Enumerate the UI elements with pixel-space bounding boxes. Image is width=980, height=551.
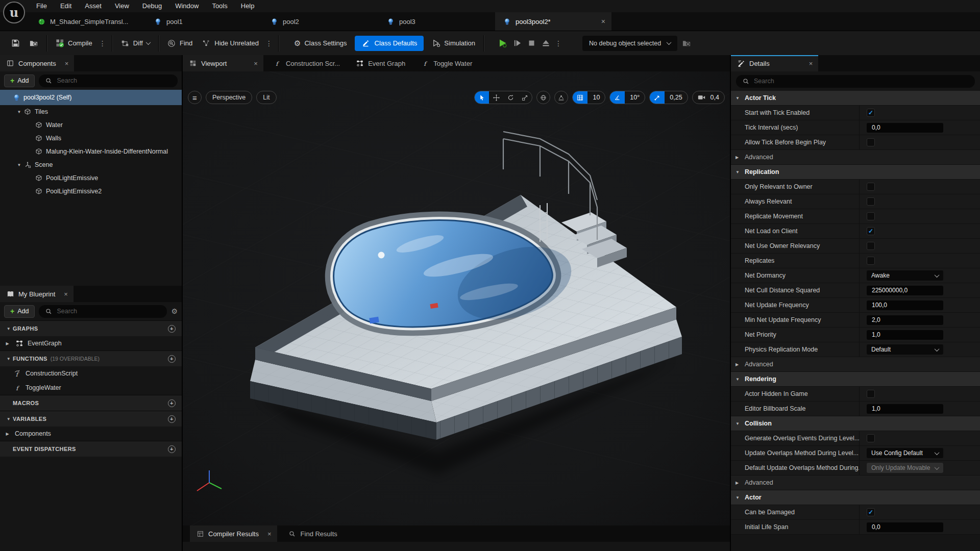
- menu-item-debug[interactable]: Debug: [136, 0, 168, 12]
- checkbox-start-with-tick-enabled[interactable]: ✓: [867, 109, 875, 117]
- save-button[interactable]: [6, 35, 24, 52]
- menu-item-asset[interactable]: Asset: [78, 0, 108, 12]
- section-header-macros[interactable]: MACROS+: [0, 395, 182, 411]
- move-tool-button[interactable]: [489, 91, 503, 104]
- details-search-input[interactable]: [754, 78, 970, 85]
- checkbox-allow-tick-before-begin-play[interactable]: [867, 138, 875, 146]
- hide-unrelated-button[interactable]: Hide Unrelated: [197, 35, 263, 52]
- input-editor-billboard-scale[interactable]: 1,0: [867, 404, 943, 414]
- components-search[interactable]: [39, 74, 178, 87]
- input-net-update-frequency[interactable]: 100,0: [867, 300, 943, 310]
- my-blueprint-search[interactable]: [39, 305, 167, 318]
- simulation-button[interactable]: Simulation: [427, 35, 480, 52]
- tree-item-walls[interactable]: Walls: [0, 132, 182, 145]
- camera-speed-control[interactable]: 0,4: [692, 91, 725, 104]
- checkbox-replicates[interactable]: [867, 257, 875, 265]
- tree-item-tiles[interactable]: ▼Tiles: [0, 105, 182, 118]
- tree-item-pool3pool2-self[interactable]: pool3pool2 (Self): [0, 90, 182, 105]
- rotation-snap-control[interactable]: 10°: [609, 91, 645, 104]
- components-search-input[interactable]: [57, 77, 173, 84]
- tree-item-malung-klein-water-inside-differentnormal[interactable]: Malung-Klein-Water-Inside-DifferentNorma…: [0, 145, 182, 158]
- checkbox-net-load-on-client[interactable]: ✓: [867, 227, 875, 235]
- menu-item-tools[interactable]: Tools: [205, 0, 234, 12]
- add-circle-icon[interactable]: +: [168, 355, 176, 363]
- section-header-event-dispatchers[interactable]: EVENT DISPATCHERS+: [0, 441, 182, 457]
- close-icon[interactable]: ×: [267, 530, 272, 538]
- checkbox-always-relevant[interactable]: [867, 197, 875, 206]
- tree-item-poollightemissive2[interactable]: PoolLightEmissive2: [0, 185, 182, 198]
- add-component-button[interactable]: + Add: [4, 74, 35, 87]
- category-header-replication[interactable]: ▼Replication: [731, 165, 980, 180]
- close-icon[interactable]: ×: [64, 290, 68, 298]
- close-icon[interactable]: ×: [65, 60, 69, 67]
- my-blueprint-search-input[interactable]: [57, 308, 162, 315]
- add-circle-icon[interactable]: +: [168, 399, 176, 407]
- close-tab-icon[interactable]: ×: [254, 60, 258, 67]
- input-net-priority[interactable]: 1,0: [867, 330, 943, 340]
- close-tab-icon[interactable]: ×: [601, 17, 605, 26]
- viewport-canvas[interactable]: ≡ Perspective Lit 10 10°: [183, 71, 730, 525]
- menu-item-file[interactable]: File: [30, 0, 54, 12]
- blueprint-item-togglewater[interactable]: fToggleWater: [0, 381, 182, 395]
- play-button[interactable]: [496, 35, 510, 52]
- input-initial-life-span[interactable]: 0,0: [867, 522, 943, 532]
- expander-expanded-icon[interactable]: ▼: [5, 417, 13, 421]
- tree-item-water[interactable]: Water: [0, 118, 182, 132]
- dropdown-update-overlaps-method-during-level[interactable]: Use Config Default: [867, 448, 943, 458]
- viewport-tab-viewport[interactable]: Viewport×: [183, 55, 263, 71]
- expander-collapsed-icon[interactable]: ▶: [4, 341, 11, 346]
- advanced-expander-row[interactable]: ▶Advanced: [731, 357, 980, 372]
- viewport-tab-event-graph[interactable]: Event Graph: [350, 55, 411, 71]
- category-header-actor-tick[interactable]: ▼Actor Tick: [731, 91, 980, 106]
- dropdown-physics-replication-mode[interactable]: Default: [867, 344, 943, 355]
- blueprint-item-components[interactable]: ▶Components: [0, 427, 182, 441]
- section-header-variables[interactable]: ▼VARIABLES+: [0, 411, 182, 427]
- viewport-tab-toggle-water[interactable]: fToggle Water: [415, 55, 478, 71]
- asset-tab-pool3pool2[interactable]: pool3pool2*×: [495, 12, 611, 31]
- find-results-tab[interactable]: Find Results: [282, 525, 343, 542]
- expander-expanded-icon[interactable]: ▼: [15, 110, 23, 114]
- compiler-results-tab[interactable]: Compiler Results ×: [190, 525, 277, 542]
- advanced-expander-row[interactable]: ▶Advanced: [731, 475, 980, 490]
- expander-collapsed-icon[interactable]: ▶: [4, 432, 11, 436]
- grid-snap-control[interactable]: 10: [572, 91, 605, 104]
- expander-expanded-icon[interactable]: ▼: [5, 357, 13, 361]
- checkbox-actor-hidden-in-game[interactable]: [867, 390, 875, 398]
- input-min-net-update-frequency[interactable]: 2,0: [867, 315, 943, 325]
- asset-tab-pool3[interactable]: pool3: [379, 12, 495, 31]
- frame-skip-button[interactable]: [510, 35, 524, 52]
- checkbox-can-be-damaged[interactable]: ✓: [867, 508, 875, 516]
- section-header-functions[interactable]: ▼FUNCTIONS(19 OVERRIDABLE)+: [0, 350, 182, 366]
- scale-snap-control[interactable]: 0,25: [649, 91, 688, 104]
- diff-button[interactable]: Diff: [116, 35, 155, 52]
- debug-object-dropdown[interactable]: No debug object selected: [582, 36, 677, 51]
- perspective-dropdown[interactable]: Perspective: [206, 91, 252, 104]
- play-options-button[interactable]: ⋮: [553, 39, 564, 47]
- add-circle-icon[interactable]: +: [168, 445, 176, 453]
- browse-button[interactable]: [24, 35, 43, 52]
- viewport-tab-construction-scr[interactable]: fConstruction Scr...: [267, 55, 346, 71]
- category-header-collision[interactable]: ▼Collision: [731, 416, 980, 431]
- advanced-expander-row[interactable]: ▶Advanced: [731, 150, 980, 165]
- expander-expanded-icon[interactable]: ▼: [5, 327, 13, 331]
- section-header-graphs[interactable]: ▼GRAPHS+: [0, 320, 182, 336]
- asset-tab-pool1[interactable]: pool1: [146, 12, 262, 31]
- add-circle-icon[interactable]: +: [168, 325, 176, 333]
- menu-item-help[interactable]: Help: [234, 0, 261, 12]
- input-net-cull-distance-squared[interactable]: 225000000,0: [867, 286, 943, 295]
- details-search[interactable]: [736, 75, 975, 88]
- close-icon[interactable]: ×: [809, 60, 813, 67]
- checkbox-generate-overlap-events-during-level[interactable]: [867, 434, 875, 442]
- checkbox-only-relevant-to-owner[interactable]: [867, 183, 875, 191]
- menu-item-view[interactable]: View: [108, 0, 136, 12]
- checkbox-net-use-owner-relevancy[interactable]: [867, 242, 875, 250]
- asset-tab-m-shader-simpletransl[interactable]: M_Shader_SimpleTransl...: [30, 12, 146, 31]
- menu-item-edit[interactable]: Edit: [54, 0, 78, 12]
- menu-item-window[interactable]: Window: [168, 0, 205, 12]
- compile-options-button[interactable]: ⋮: [97, 39, 108, 47]
- find-button[interactable]: Find: [162, 35, 197, 52]
- tree-item-poollightemissive[interactable]: PoolLightEmissive: [0, 171, 182, 185]
- class-settings-button[interactable]: ⚙ Class Settings: [289, 35, 352, 52]
- surface-snap-button[interactable]: [554, 91, 568, 104]
- dropdown-net-dormancy[interactable]: Awake: [867, 270, 943, 281]
